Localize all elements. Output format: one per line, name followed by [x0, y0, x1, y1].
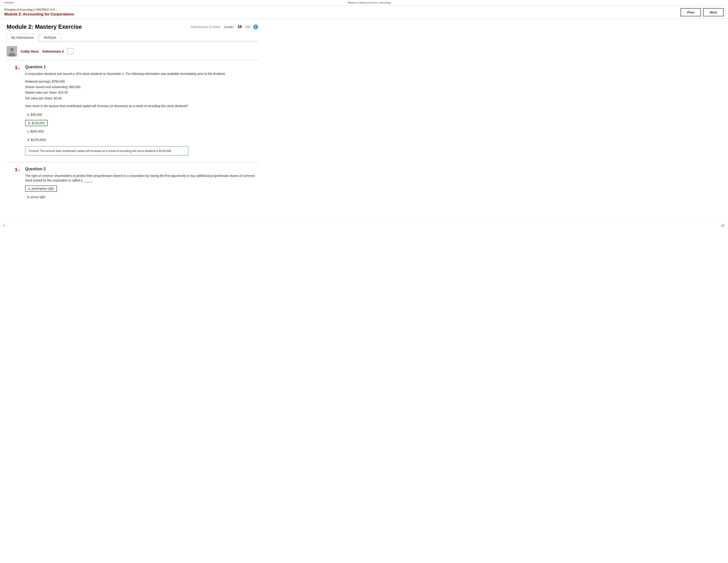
- grade-label: Grade:: [224, 25, 234, 29]
- header-right: Submissions Enabled Grade: 10 /10 i: [191, 24, 258, 29]
- prev-button[interactable]: Prev: [681, 8, 701, 16]
- footer-right: 1/5: [721, 224, 724, 227]
- date-label: 12/9/2017: [4, 1, 14, 4]
- svg-point-1: [10, 48, 14, 52]
- divider-1: [7, 60, 258, 60]
- submissions-status: Submissions Enabled: [191, 25, 220, 29]
- page-title: Module 2: Mastery Exercise: [7, 23, 82, 30]
- question-block-1: 1/1 Question 1 A corporation declared an…: [7, 65, 258, 155]
- info-icon[interactable]: i: [253, 24, 258, 29]
- answer-option-1a[interactable]: a. $45,000: [25, 111, 258, 118]
- divider-2: [7, 162, 258, 162]
- tabs: My Submissions Test/Quiz: [7, 34, 258, 41]
- course-nav-left: Principles of Accounting II: WINTER17-A-…: [4, 8, 74, 17]
- avatar: [7, 46, 17, 56]
- question-1-score: 1/1: [7, 65, 20, 155]
- course-title: Module 2: Accounting for Corporations: [4, 12, 74, 17]
- answer-option-1c[interactable]: c. $(45,000): [25, 128, 258, 134]
- tab-my-submissions[interactable]: My Submissions: [7, 34, 38, 41]
- question-1-feedback: Correct! The amount that contributed cap…: [25, 146, 188, 155]
- question-1-info: Retained earnings: $750,000 Shares issue…: [25, 79, 258, 101]
- submission-header: Colby Hess Submission 2: [7, 46, 258, 56]
- course-nav-right: Prev Next: [681, 8, 724, 16]
- page-footer: h 1/5: [0, 222, 728, 229]
- top-bar: 12/9/2017 Module 2: Mastery Exercise | S…: [0, 0, 728, 6]
- question-2-text: The right of common shareholders to prot…: [25, 173, 258, 183]
- breadcrumb[interactable]: Principles of Accounting II: WINTER17-A-…: [4, 8, 74, 11]
- question-1-title: Question 1: [25, 65, 258, 69]
- page-header: Module 2: Mastery Exercise Submissions E…: [7, 23, 258, 30]
- tab-test-quiz[interactable]: Test/Quiz: [39, 34, 61, 41]
- question-2-score: 1/1: [7, 167, 20, 202]
- question-1-text: A corporation declared and issued a 15% …: [25, 71, 258, 76]
- grade-value: 10: [238, 24, 242, 29]
- submission-label: Submission 2: [42, 49, 64, 53]
- question-2-title: Question 2: [25, 167, 258, 171]
- student-name: Colby Hess: [21, 49, 39, 53]
- submission-checkbox[interactable]: [67, 48, 73, 54]
- question-1-prompt: How much is the amount that contributed …: [25, 104, 258, 108]
- next-button[interactable]: Next: [703, 8, 724, 16]
- answer-option-1b[interactable]: b. $135,000: [25, 120, 48, 126]
- grade-denom: /10: [246, 25, 250, 29]
- course-nav: Principles of Accounting II: WINTER17-A-…: [0, 6, 728, 19]
- answer-option-1d[interactable]: d. $(135,000).: [25, 137, 258, 143]
- question-1-body: Question 1 A corporation declared and is…: [25, 65, 258, 155]
- page-content: Module 2: Mastery Exercise Submissions E…: [0, 19, 265, 213]
- footer-left: h: [4, 224, 5, 227]
- answer-option-2b[interactable]: b. proxy right: [25, 194, 258, 200]
- question-2-body: Question 2 The right of common sharehold…: [25, 167, 258, 202]
- question-block-2: 1/1 Question 2 The right of common share…: [7, 167, 258, 202]
- page-title-bar: Module 2: Mastery Exercise | Schoology: [348, 1, 391, 4]
- answer-option-2a[interactable]: a. preemptive right: [25, 185, 57, 192]
